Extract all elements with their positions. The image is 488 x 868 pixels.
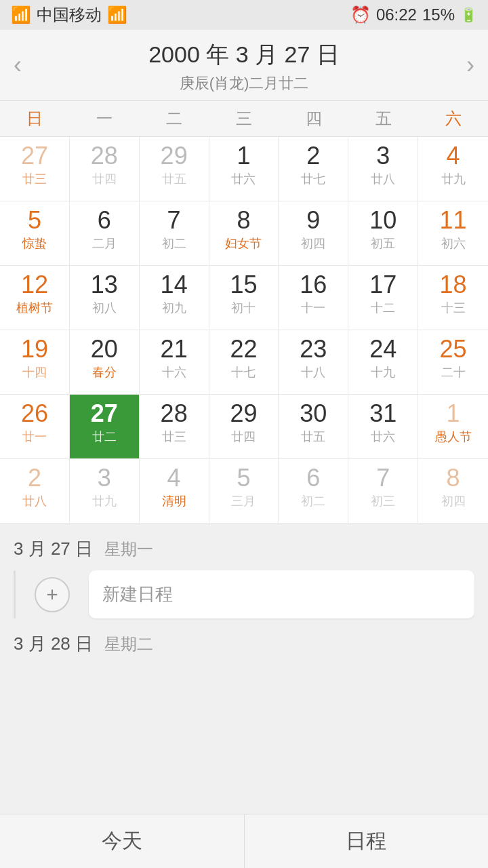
calendar-cell-r1c1[interactable]: 6二月 xyxy=(70,201,140,266)
calendar-cell-r2c6[interactable]: 18十三 xyxy=(418,266,488,330)
calendar-cell-r1c5[interactable]: 10初五 xyxy=(348,201,418,266)
calendar-cell-r3c0[interactable]: 19十四 xyxy=(0,330,70,395)
calendar-cell-r3c2[interactable]: 21十六 xyxy=(140,330,209,395)
weekday-thu: 四 xyxy=(279,101,348,136)
calendar-cell-r3c1[interactable]: 20春分 xyxy=(70,330,140,395)
calendar-cell-r0c3[interactable]: 1廿六 xyxy=(209,137,279,201)
carrier-label: 中国移动 xyxy=(37,4,102,26)
calendar-cell-r4c0[interactable]: 26廿一 xyxy=(0,395,70,459)
schedule-day2-label: 3 月 28 日 星期二 xyxy=(14,632,474,656)
calendar-cell-r2c0[interactable]: 12植树节 xyxy=(0,266,70,330)
wifi-icon: 📶 xyxy=(107,5,127,24)
today-button[interactable]: 今天 xyxy=(0,814,245,868)
calendar-cell-r4c6[interactable]: 1愚人节 xyxy=(418,395,488,459)
calendar-cell-r4c1[interactable]: 27廿二 xyxy=(70,395,140,459)
weekday-tue: 二 xyxy=(140,101,209,136)
calendar-cell-r0c1[interactable]: 28廿四 xyxy=(70,137,140,201)
calendar-cell-r5c2[interactable]: 4清明 xyxy=(140,459,209,524)
timeline-line xyxy=(14,570,16,618)
schedule-day1-label: 3 月 27 日 星期一 xyxy=(14,537,474,561)
calendar-cell-r4c2[interactable]: 28廿三 xyxy=(140,395,209,459)
status-bar: 📶 中国移动 📶 ⏰ 06:22 15% 🔋 xyxy=(0,0,488,30)
schedule-button[interactable]: 日程 xyxy=(245,814,489,868)
prev-month-button[interactable]: ‹ xyxy=(0,44,35,86)
calendar-cell-r2c5[interactable]: 17十二 xyxy=(348,266,418,330)
calendar-cell-r0c5[interactable]: 3廿八 xyxy=(348,137,418,201)
status-left: 📶 中国移动 📶 xyxy=(11,4,127,26)
weekday-fri: 五 xyxy=(348,101,418,136)
calendar-cell-r4c5[interactable]: 31廿六 xyxy=(348,395,418,459)
calendar-cell-r3c5[interactable]: 24十九 xyxy=(348,330,418,395)
calendar-cell-r3c4[interactable]: 23十八 xyxy=(279,330,348,395)
calendar-title: 2000 年 3 月 27 日 xyxy=(0,39,488,71)
calendar-cell-r3c6[interactable]: 25二十 xyxy=(418,330,488,395)
weekday-mon: 一 xyxy=(70,101,140,136)
calendar-cell-r5c0[interactable]: 2廿八 xyxy=(0,459,70,524)
calendar-cell-r2c4[interactable]: 16十一 xyxy=(279,266,348,330)
calendar-cell-r0c6[interactable]: 4廿九 xyxy=(418,137,488,201)
signal-icon: 📶 xyxy=(11,5,31,24)
calendar-cell-r0c2[interactable]: 29廿五 xyxy=(140,137,209,201)
alarm-icon: ⏰ xyxy=(350,5,371,24)
calendar-cell-r5c1[interactable]: 3廿九 xyxy=(70,459,140,524)
new-schedule-input[interactable]: 新建日程 xyxy=(89,570,474,618)
calendar-cell-r5c5[interactable]: 7初三 xyxy=(348,459,418,524)
bottom-toolbar: 今天 日程 xyxy=(0,814,488,868)
calendar-cell-r2c2[interactable]: 14初九 xyxy=(140,266,209,330)
calendar-cell-r1c0[interactable]: 5惊蛰 xyxy=(0,201,70,266)
schedule-day1-row: + 新建日程 xyxy=(14,570,474,618)
weekday-sun: 日 xyxy=(0,101,70,136)
calendar-cell-r0c0[interactable]: 27廿三 xyxy=(0,137,70,201)
calendar-cell-r5c3[interactable]: 5三月 xyxy=(209,459,279,524)
calendar-cell-r1c3[interactable]: 8妇女节 xyxy=(209,201,279,266)
battery-label: 15% xyxy=(422,5,455,24)
calendar-lunar: 庚辰(肖龙)二月廿二 xyxy=(0,73,488,94)
calendar-cell-r2c1[interactable]: 13初八 xyxy=(70,266,140,330)
weekday-wed: 三 xyxy=(209,101,279,136)
schedule-area: 3 月 27 日 星期一 + 新建日程 3 月 28 日 星期二 xyxy=(0,524,488,736)
calendar-grid: 27廿三28廿四29廿五1廿六2廿七3廿八4廿九5惊蛰6二月7初二8妇女节9初四… xyxy=(0,137,488,524)
calendar-cell-r5c4[interactable]: 6初二 xyxy=(279,459,348,524)
calendar-cell-r3c3[interactable]: 22十七 xyxy=(209,330,279,395)
calendar-cell-r5c6[interactable]: 8初四 xyxy=(418,459,488,524)
battery-icon: 🔋 xyxy=(460,7,477,23)
calendar-cell-r0c4[interactable]: 2廿七 xyxy=(279,137,348,201)
weekday-header: 日 一 二 三 四 五 六 xyxy=(0,101,488,137)
calendar-header: ‹ 2000 年 3 月 27 日 庚辰(肖龙)二月廿二 › xyxy=(0,30,488,101)
weekday-sat: 六 xyxy=(418,101,488,136)
calendar-cell-r4c4[interactable]: 30廿五 xyxy=(279,395,348,459)
calendar-cell-r1c4[interactable]: 9初四 xyxy=(279,201,348,266)
calendar-cell-r1c2[interactable]: 7初二 xyxy=(140,201,209,266)
calendar-cell-r2c3[interactable]: 15初十 xyxy=(209,266,279,330)
time-label: 06:22 xyxy=(376,5,417,24)
status-right: ⏰ 06:22 15% 🔋 xyxy=(350,5,477,24)
calendar-cell-r4c3[interactable]: 29廿四 xyxy=(209,395,279,459)
calendar-cell-r1c6[interactable]: 11初六 xyxy=(418,201,488,266)
add-schedule-button[interactable]: + xyxy=(35,577,70,612)
next-month-button[interactable]: › xyxy=(453,44,488,86)
